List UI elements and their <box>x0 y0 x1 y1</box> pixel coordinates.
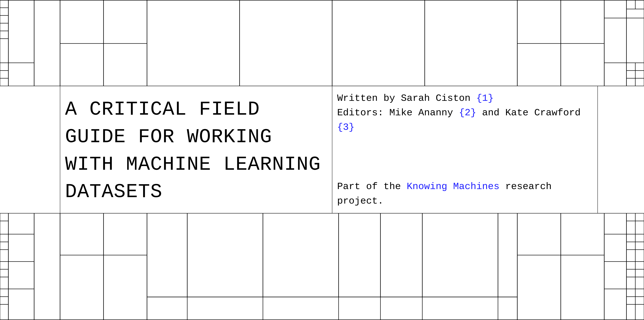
svg-rect-82 <box>147 297 517 320</box>
editor-1-name: Mike Ananny <box>389 107 453 118</box>
svg-rect-61 <box>498 213 517 297</box>
editor-1-ref[interactable]: {2} <box>459 107 476 118</box>
right-margin-cell <box>598 86 644 213</box>
svg-rect-35 <box>0 213 8 320</box>
svg-rect-12 <box>34 0 60 86</box>
svg-rect-23 <box>561 0 604 86</box>
page: A CRITICAL FIELD GUIDE FOR WORKING WITH … <box>0 0 644 320</box>
svg-rect-50 <box>34 213 60 320</box>
svg-rect-70 <box>626 213 644 320</box>
author-line: Written by Sarah Ciston {1} <box>337 91 593 106</box>
content-row: A CRITICAL FIELD GUIDE FOR WORKING WITH … <box>0 86 644 213</box>
written-by-label: Written by <box>337 93 401 104</box>
svg-rect-46 <box>8 213 34 320</box>
svg-rect-60 <box>422 213 498 297</box>
svg-rect-19 <box>332 0 425 86</box>
title-box: A CRITICAL FIELD GUIDE FOR WORKING WITH … <box>60 86 332 213</box>
svg-rect-1 <box>0 0 8 86</box>
svg-rect-18 <box>240 0 332 86</box>
left-margin-cell <box>0 86 60 213</box>
svg-rect-28 <box>626 0 644 86</box>
document-title: A CRITICAL FIELD GUIDE FOR WORKING WITH … <box>65 96 327 206</box>
svg-rect-57 <box>263 213 338 297</box>
svg-rect-15 <box>104 0 147 86</box>
svg-rect-20 <box>425 0 517 86</box>
editor-2-name: Kate Crawford <box>505 107 580 118</box>
svg-rect-25 <box>604 0 626 86</box>
bottom-grid-decoration <box>0 213 644 320</box>
editor-2-ref[interactable]: {3} <box>337 122 354 133</box>
project-prefix: Part of the <box>337 181 407 192</box>
author-ref[interactable]: {1} <box>476 93 494 104</box>
svg-rect-66 <box>604 213 626 320</box>
svg-rect-10 <box>8 0 34 86</box>
svg-rect-64 <box>561 213 604 320</box>
project-link[interactable]: Knowing Machines <box>407 181 500 192</box>
svg-rect-13 <box>60 0 104 86</box>
svg-rect-62 <box>517 213 561 320</box>
editors-label: Editors: <box>337 107 389 118</box>
project-line: Part of the Knowing Machines research pr… <box>337 179 593 208</box>
svg-rect-58 <box>338 213 380 297</box>
meta-box: Written by Sarah Ciston {1} Editors: Mik… <box>332 86 598 213</box>
svg-rect-21 <box>517 0 561 86</box>
svg-rect-56 <box>187 213 263 297</box>
editors-joiner: and <box>476 107 505 118</box>
svg-rect-55 <box>147 213 187 297</box>
top-grid-decoration <box>0 0 644 86</box>
svg-rect-59 <box>380 213 422 297</box>
author-name: Sarah Ciston <box>401 93 470 104</box>
editors-line: Editors: Mike Ananny {2} and Kate Crawfo… <box>337 106 593 134</box>
svg-rect-17 <box>147 0 240 86</box>
byline: Written by Sarah Ciston {1} Editors: Mik… <box>337 91 593 134</box>
svg-rect-51 <box>60 213 104 320</box>
svg-rect-53 <box>104 213 147 320</box>
